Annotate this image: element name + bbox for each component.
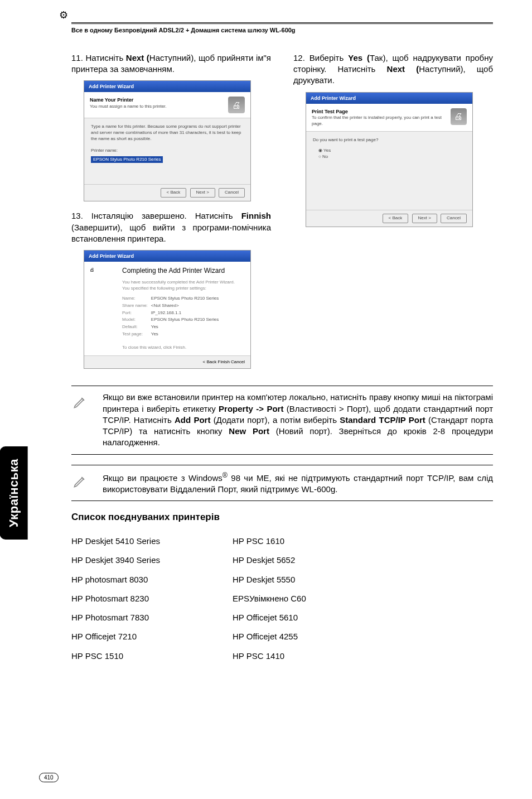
radio-yes[interactable]: ◉ Yes <box>318 148 466 154</box>
finish-button[interactable]: Finish <box>218 359 230 364</box>
printer-list-right: HP PSC 1610 HP Deskjet 5652 HP Deskjet 5… <box>233 532 306 666</box>
dialog-test-page: Add Printer Wizard Print Test Page To co… <box>306 92 473 228</box>
list-item: HP Deskjet 3940 Series <box>71 551 160 570</box>
list-item: HP PSC 1510 <box>71 647 160 666</box>
table-row: Port:IP_192.168.1.1 <box>122 310 222 317</box>
radio-no[interactable]: ○ No <box>318 154 466 160</box>
list-item: HP Officejet 5610 <box>233 608 306 627</box>
list-item: HP Photosmart 7830 <box>71 608 160 627</box>
field-label: Printer name: <box>91 148 244 154</box>
list-item: HP Deskjet 5550 <box>233 570 306 589</box>
dialog-heading: Completing the Add Printer Wizard <box>122 266 245 275</box>
dialog-question: Do you want to print a test page? <box>313 137 466 143</box>
dialog-heading: Print Test Page <box>312 108 451 115</box>
dialog-heading: Name Your Printer <box>90 97 167 103</box>
list-item: HP Photosmart 8230 <box>71 589 160 608</box>
pencil-icon <box>71 471 89 495</box>
table-row: Default:Yes <box>122 324 222 331</box>
printer-list-left: HP Deskjet 5410 Series HP Deskjet 3940 S… <box>71 532 160 666</box>
cancel-button[interactable]: Cancel <box>219 188 245 198</box>
header-rule: ⚙ <box>71 22 493 24</box>
settings-table: Name:EPSON Stylus Photo R210 Series Shar… <box>122 295 222 338</box>
list-item: HP Deskjet 5652 <box>233 551 306 570</box>
step-12-text: 12. Виберіть Yes (Так), щоб надрукувати … <box>293 52 493 86</box>
cancel-button[interactable]: Cancel <box>231 359 245 364</box>
printer-icon: 🖨 <box>90 267 117 273</box>
dialog-sub2: You specified the following printer sett… <box>122 286 245 292</box>
dialog-titlebar: Add Printer Wizard <box>306 93 472 104</box>
dialog-subheading: You must assign a name to this printer. <box>90 104 167 110</box>
note-1: Якщо ви вже встановили принтер на комп'ю… <box>71 386 493 454</box>
list-item: HP PSC 1610 <box>233 532 306 551</box>
dialog-titlebar: Add Printer Wizard <box>84 251 250 262</box>
list-item: HP PSC 1410 <box>233 647 306 666</box>
list-item: HP photosmart 8030 <box>71 570 160 589</box>
list-item: HP Officejet 4255 <box>233 627 306 646</box>
header-icon: ⚙ <box>59 8 68 22</box>
table-row: Name:EPSON Stylus Photo R210 Series <box>122 295 222 302</box>
printers-heading: Список поєднуваних принтерів <box>71 511 493 524</box>
list-item: HP Deskjet 5410 Series <box>71 532 160 551</box>
dialog-titlebar: Add Printer Wizard <box>84 81 250 92</box>
dialog-subheading: To confirm that the printer is installed… <box>312 115 451 127</box>
step-11-text: 11. Натисніть Next (Наступний), щоб прий… <box>71 52 271 75</box>
note-2: Якщо ви працюєте з Windows® 98 чи МЕ, як… <box>71 465 493 502</box>
pencil-icon <box>71 392 89 448</box>
list-item: HP Officejet 7210 <box>71 627 160 646</box>
dialog-close-hint: To close this wizard, click Finish. <box>122 345 245 351</box>
printer-icon: 🖨 <box>451 108 467 125</box>
dialog-desc: Type a name for this printer. Because so… <box>91 124 244 142</box>
dialog-name-printer: Add Printer Wizard Name Your Printer You… <box>84 80 251 201</box>
table-row: Test page:Yes <box>122 331 222 338</box>
table-row: Share name:<Not Shared> <box>122 302 222 310</box>
back-button[interactable]: < Back <box>383 214 409 223</box>
dialog-sub1: You have successfully completed the Add … <box>122 280 245 286</box>
back-button[interactable]: < Back <box>203 359 217 364</box>
dialog-complete: Add Printer Wizard 🖨 Completing the Add … <box>84 250 251 369</box>
next-button[interactable]: Next > <box>190 188 215 198</box>
printer-lists: HP Deskjet 5410 Series HP Deskjet 3940 S… <box>71 532 493 666</box>
page-header: Все в одному Безпровідний ADSL2/2 + Дома… <box>71 26 493 35</box>
list-item: EPSУвімкнено C60 <box>233 589 306 608</box>
cancel-button[interactable]: Cancel <box>441 214 467 223</box>
printer-icon: 🖨 <box>228 97 245 113</box>
back-button[interactable]: < Back <box>161 188 187 198</box>
printer-name-field[interactable]: EPSON Stylus Photo R210 Series <box>91 156 163 163</box>
next-button[interactable]: Next > <box>412 214 437 223</box>
step-13-text: 13. Інсталяцію завершено. Натисніть Finn… <box>71 210 271 244</box>
page-number: 410 <box>39 773 59 783</box>
table-row: Model:EPSON Stylus Photo R210 Series <box>122 316 222 324</box>
